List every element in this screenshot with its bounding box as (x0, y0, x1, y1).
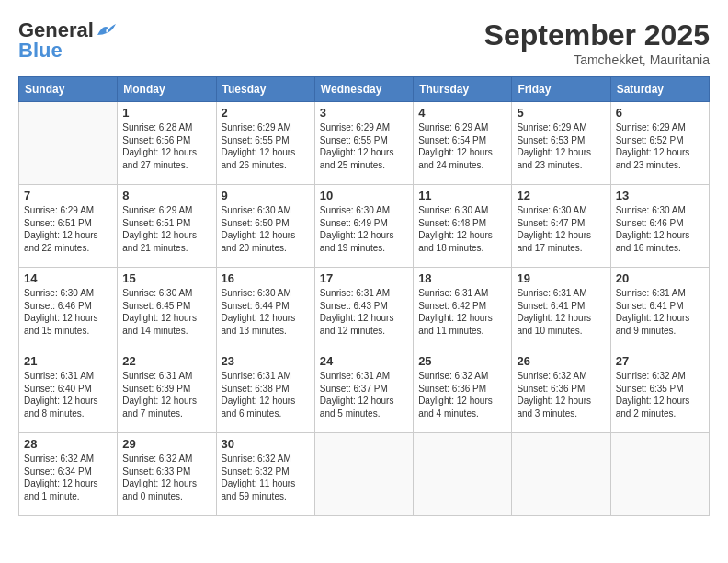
calendar-week-row: 21Sunrise: 6:31 AMSunset: 6:40 PMDayligh… (19, 350, 710, 433)
calendar-cell: 28Sunrise: 6:32 AMSunset: 6:34 PMDayligh… (19, 433, 118, 516)
day-number: 4 (418, 106, 506, 120)
calendar-cell: 22Sunrise: 6:31 AMSunset: 6:39 PMDayligh… (118, 350, 216, 433)
weekday-header-saturday: Saturday (610, 77, 709, 102)
day-info: Sunrise: 6:29 AMSunset: 6:52 PMDaylight:… (616, 121, 704, 171)
calendar-cell (414, 433, 512, 516)
day-info: Sunrise: 6:29 AMSunset: 6:54 PMDaylight:… (418, 121, 506, 171)
calendar-cell: 9Sunrise: 6:30 AMSunset: 6:50 PMDaylight… (216, 185, 314, 268)
calendar-cell: 6Sunrise: 6:29 AMSunset: 6:52 PMDaylight… (610, 102, 709, 185)
day-info: Sunrise: 6:30 AMSunset: 6:46 PMDaylight:… (24, 287, 112, 337)
day-number: 27 (616, 354, 704, 368)
day-info: Sunrise: 6:28 AMSunset: 6:56 PMDaylight:… (122, 121, 210, 171)
day-info: Sunrise: 6:32 AMSunset: 6:34 PMDaylight:… (24, 453, 112, 502)
day-info: Sunrise: 6:30 AMSunset: 6:46 PMDaylight:… (616, 204, 704, 254)
day-info: Sunrise: 6:31 AMSunset: 6:40 PMDaylight:… (24, 370, 112, 419)
weekday-header-sunday: Sunday (19, 77, 118, 102)
day-number: 18 (418, 271, 506, 285)
weekday-header-friday: Friday (512, 77, 610, 102)
logo: General Blue (18, 18, 116, 63)
day-number: 17 (320, 271, 408, 285)
calendar-cell (512, 433, 610, 516)
day-info: Sunrise: 6:29 AMSunset: 6:51 PMDaylight:… (24, 204, 112, 254)
day-number: 20 (616, 271, 704, 285)
day-number: 21 (24, 354, 112, 368)
calendar-cell: 19Sunrise: 6:31 AMSunset: 6:41 PMDayligh… (512, 268, 610, 350)
day-number: 10 (320, 189, 408, 202)
logo-bird-icon (96, 22, 116, 39)
calendar-cell: 29Sunrise: 6:32 AMSunset: 6:33 PMDayligh… (118, 433, 216, 516)
day-number: 16 (222, 271, 310, 285)
calendar-cell: 13Sunrise: 6:30 AMSunset: 6:46 PMDayligh… (610, 185, 709, 268)
calendar-week-row: 14Sunrise: 6:30 AMSunset: 6:46 PMDayligh… (19, 268, 710, 350)
calendar-cell: 26Sunrise: 6:32 AMSunset: 6:36 PMDayligh… (512, 350, 610, 433)
title-block: September 2025 Tamchekket, Mauritania (484, 18, 710, 67)
calendar-cell: 17Sunrise: 6:31 AMSunset: 6:43 PMDayligh… (314, 268, 413, 350)
calendar-cell: 24Sunrise: 6:31 AMSunset: 6:37 PMDayligh… (314, 350, 413, 433)
calendar-cell: 7Sunrise: 6:29 AMSunset: 6:51 PMDaylight… (19, 185, 118, 268)
day-number: 22 (122, 354, 210, 368)
calendar-cell: 30Sunrise: 6:32 AMSunset: 6:32 PMDayligh… (216, 433, 314, 516)
calendar-header-row: SundayMondayTuesdayWednesdayThursdayFrid… (19, 77, 710, 102)
day-number: 15 (122, 271, 210, 285)
calendar-cell (610, 433, 709, 516)
day-info: Sunrise: 6:31 AMSunset: 6:38 PMDaylight:… (222, 370, 310, 419)
logo-blue: Blue (18, 39, 63, 63)
page-header: General Blue September 2025 Tamchekket, … (18, 18, 710, 67)
day-number: 23 (222, 354, 310, 368)
day-info: Sunrise: 6:32 AMSunset: 6:35 PMDaylight:… (616, 370, 704, 419)
weekday-header-monday: Monday (118, 77, 216, 102)
day-info: Sunrise: 6:29 AMSunset: 6:55 PMDaylight:… (222, 121, 310, 171)
day-info: Sunrise: 6:31 AMSunset: 6:41 PMDaylight:… (616, 287, 704, 337)
month-title: September 2025 (484, 18, 710, 52)
day-number: 7 (24, 189, 112, 202)
day-info: Sunrise: 6:31 AMSunset: 6:41 PMDaylight:… (517, 287, 605, 337)
day-info: Sunrise: 6:31 AMSunset: 6:43 PMDaylight:… (320, 287, 408, 337)
calendar-table: SundayMondayTuesdayWednesdayThursdayFrid… (18, 76, 710, 516)
calendar-cell: 18Sunrise: 6:31 AMSunset: 6:42 PMDayligh… (414, 268, 512, 350)
day-number: 24 (320, 354, 408, 368)
day-info: Sunrise: 6:31 AMSunset: 6:42 PMDaylight:… (418, 287, 506, 337)
day-number: 13 (616, 189, 704, 202)
calendar-cell (314, 433, 413, 516)
calendar-week-row: 1Sunrise: 6:28 AMSunset: 6:56 PMDaylight… (19, 102, 710, 185)
day-info: Sunrise: 6:31 AMSunset: 6:39 PMDaylight:… (122, 370, 210, 419)
day-info: Sunrise: 6:32 AMSunset: 6:36 PMDaylight:… (517, 370, 605, 419)
calendar-week-row: 7Sunrise: 6:29 AMSunset: 6:51 PMDaylight… (19, 185, 710, 268)
day-number: 5 (517, 106, 605, 120)
day-info: Sunrise: 6:32 AMSunset: 6:33 PMDaylight:… (122, 453, 210, 502)
calendar-cell: 8Sunrise: 6:29 AMSunset: 6:51 PMDaylight… (118, 185, 216, 268)
weekday-header-thursday: Thursday (414, 77, 512, 102)
day-number: 9 (222, 189, 310, 202)
day-info: Sunrise: 6:30 AMSunset: 6:49 PMDaylight:… (320, 204, 408, 254)
day-number: 26 (517, 354, 605, 368)
day-number: 8 (122, 189, 210, 202)
day-number: 28 (24, 437, 112, 451)
day-info: Sunrise: 6:31 AMSunset: 6:37 PMDaylight:… (320, 370, 408, 419)
day-info: Sunrise: 6:30 AMSunset: 6:47 PMDaylight:… (517, 204, 605, 254)
day-info: Sunrise: 6:30 AMSunset: 6:50 PMDaylight:… (222, 204, 310, 254)
location-title: Tamchekket, Mauritania (484, 52, 710, 67)
day-number: 6 (616, 106, 704, 120)
day-info: Sunrise: 6:32 AMSunset: 6:36 PMDaylight:… (418, 370, 506, 419)
calendar-cell: 11Sunrise: 6:30 AMSunset: 6:48 PMDayligh… (414, 185, 512, 268)
calendar-cell (19, 102, 118, 185)
calendar-cell: 2Sunrise: 6:29 AMSunset: 6:55 PMDaylight… (216, 102, 314, 185)
calendar-cell: 15Sunrise: 6:30 AMSunset: 6:45 PMDayligh… (118, 268, 216, 350)
day-number: 11 (418, 189, 506, 202)
calendar-cell: 10Sunrise: 6:30 AMSunset: 6:49 PMDayligh… (314, 185, 413, 268)
day-info: Sunrise: 6:29 AMSunset: 6:53 PMDaylight:… (517, 121, 605, 171)
calendar-cell: 20Sunrise: 6:31 AMSunset: 6:41 PMDayligh… (610, 268, 709, 350)
day-number: 19 (517, 271, 605, 285)
day-number: 25 (418, 354, 506, 368)
day-number: 14 (24, 271, 112, 285)
calendar-cell: 4Sunrise: 6:29 AMSunset: 6:54 PMDaylight… (414, 102, 512, 185)
calendar-cell: 16Sunrise: 6:30 AMSunset: 6:44 PMDayligh… (216, 268, 314, 350)
day-info: Sunrise: 6:30 AMSunset: 6:45 PMDaylight:… (122, 287, 210, 337)
calendar-cell: 25Sunrise: 6:32 AMSunset: 6:36 PMDayligh… (414, 350, 512, 433)
day-info: Sunrise: 6:32 AMSunset: 6:32 PMDaylight:… (222, 453, 310, 502)
day-number: 30 (222, 437, 310, 451)
calendar-cell: 5Sunrise: 6:29 AMSunset: 6:53 PMDaylight… (512, 102, 610, 185)
day-number: 2 (222, 106, 310, 120)
calendar-cell: 12Sunrise: 6:30 AMSunset: 6:47 PMDayligh… (512, 185, 610, 268)
day-number: 3 (320, 106, 408, 120)
